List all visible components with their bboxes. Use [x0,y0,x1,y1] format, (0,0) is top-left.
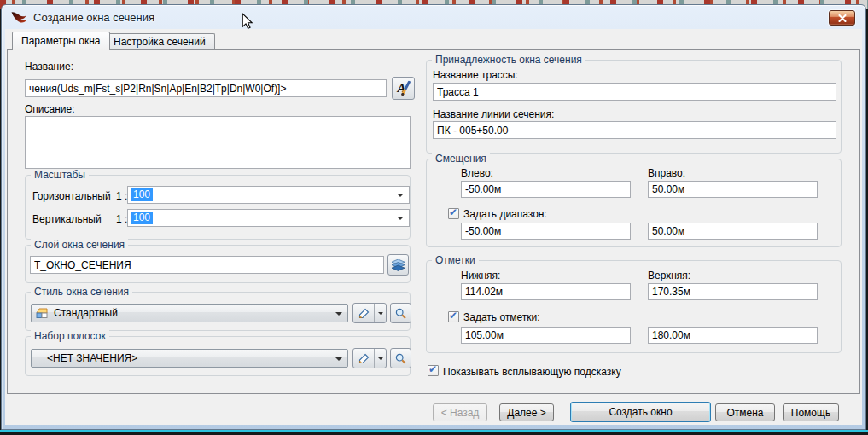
app-icon [11,11,27,24]
offset-left-label: Влево: [461,167,493,179]
offset-right-label: Вправо: [648,167,685,179]
layers-icon [391,259,405,271]
chevron-down-icon [335,312,342,316]
set-range-checkbox[interactable] [448,208,459,219]
layer-input[interactable] [30,256,384,274]
chevron-down-icon [397,217,404,220]
magnifier-icon [395,353,406,364]
set-upper-input[interactable] [648,327,818,344]
edit-text-icon [396,81,411,96]
edit-name-format-button[interactable] [392,77,415,100]
route-name-input[interactable] [433,83,836,101]
section-line-name-input[interactable] [433,121,836,139]
offset-right-input[interactable] [648,181,818,198]
vertical-ratio-label: 1 : [116,213,127,225]
pencil-icon [358,308,370,319]
cancel-button[interactable]: Отмена [715,403,775,421]
stripes-group: Набор полосок <НЕТ ЗНАЧЕНИЯ> [25,336,411,376]
set-marks-label: Задать отметки: [463,311,540,323]
style-group: Стиль окна сечения Стандартный [25,292,411,331]
chevron-down-icon [397,194,404,197]
title-bar[interactable]: Создание окна сечения [2,5,865,29]
name-input[interactable] [25,79,387,97]
stripes-combo[interactable]: <НЕТ ЗНАЧЕНИЯ> [31,349,348,368]
choose-layer-button[interactable] [387,254,409,276]
style-combo-value: Стандартный [54,307,118,319]
vertical-scale-combo[interactable]: 100 [127,209,410,227]
preview-stripes-button[interactable] [390,348,411,368]
chevron-down-icon [335,357,342,361]
offsets-group: Смещения Влево: Вправо: Задать диапазон: [426,159,842,247]
help-button[interactable]: Помощь [783,403,839,421]
range-right-input[interactable] [648,223,818,240]
horizontal-scale-label: Горизонтальный [32,190,111,202]
lower-mark-label: Нижняя: [461,270,500,281]
route-name-label: Название трассы: [433,69,518,81]
lower-mark-input[interactable] [461,283,631,300]
horizontal-scale-value: 100 [131,188,153,201]
preview-style-button[interactable] [390,303,411,323]
marks-group-title: Отметки [432,254,479,266]
chevron-down-icon [378,312,383,315]
chevron-down-icon [378,357,383,360]
next-button[interactable]: Далее > [499,403,554,421]
vertical-scale-label: Вертикальный [32,213,102,225]
dialog-client-area: Параметры окна Настройка сечений Названи… [5,29,862,425]
range-left-input[interactable] [461,223,631,240]
magnifier-icon [395,308,406,319]
offset-left-input[interactable] [461,181,631,198]
style-group-title: Стиль окна сечения [31,286,132,298]
pencil-icon [358,353,370,364]
set-range-label: Задать диапазон: [463,208,547,220]
belonging-group-title: Принадлежность окна сечения [432,54,585,66]
horizontal-scale-combo[interactable]: 100 [127,186,410,204]
layer-group: Слой окна сечения [25,245,411,283]
marks-group: Отметки Нижняя: Верхняя: Задать отметки: [426,260,842,353]
mouse-cursor [242,13,253,30]
upper-mark-input[interactable] [648,283,818,300]
tab-window-params[interactable]: Параметры окна [12,32,110,50]
tab-sections-setup[interactable]: Настройка сечений [104,33,215,50]
stripes-combo-value: <НЕТ ЗНАЧЕНИЯ> [47,352,137,364]
show-tooltip-checkbox[interactable] [428,365,439,376]
close-button[interactable] [829,10,855,26]
create-window-button[interactable]: Создать окно [570,402,711,422]
name-label: Название: [25,61,73,72]
window-title: Создание окна сечения [33,11,154,24]
show-tooltip-label: Показывать всплывающую подсказку [443,366,621,378]
section-style-icon [36,308,49,319]
stripes-group-title: Набор полосок [31,330,109,342]
back-button[interactable]: < Назад [433,403,487,421]
close-icon [838,14,847,22]
horizontal-ratio-label: 1 : [116,190,127,202]
dialog-window: Создание окна сечения Параметры окна Нас… [1,4,866,430]
upper-mark-label: Верхняя: [648,270,690,281]
background-accent-line [0,430,868,432]
vertical-scale-value: 100 [131,212,153,224]
description-input[interactable] [25,116,411,169]
belonging-group: Принадлежность окна сечения Название тра… [426,60,842,154]
description-label: Описание: [25,103,75,115]
set-marks-checkbox[interactable] [448,311,459,322]
section-line-name-label: Название линии сечения: [433,108,554,120]
layer-group-title: Слой окна сечения [31,239,128,251]
scales-group-title: Масштабы [31,169,89,181]
style-combo[interactable]: Стандартный [31,304,348,322]
edit-style-button[interactable] [352,303,387,323]
set-lower-input[interactable] [461,327,631,344]
edit-stripes-button[interactable] [352,348,387,368]
scales-group: Масштабы Горизонтальный 1 : 100 Вертикал… [25,175,411,240]
offsets-group-title: Смещения [432,153,490,165]
tab-panel: Название: Описание: Масштабы Горизонталь… [7,49,860,394]
